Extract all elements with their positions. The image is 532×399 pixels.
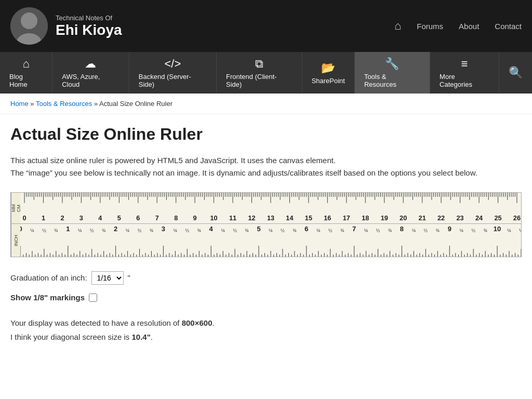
- svg-text:23: 23: [456, 214, 463, 222]
- svg-point-1: [21, 12, 37, 29]
- svg-text:17: 17: [343, 214, 350, 222]
- contact-link[interactable]: Contact: [495, 22, 522, 31]
- mm-scale: 0123456789101112131415161718192021222324…: [20, 193, 521, 223]
- about-link[interactable]: About: [459, 22, 479, 31]
- nav-sharepoint[interactable]: 📂 SharePoint: [302, 52, 355, 94]
- wrench-icon: 🔧: [385, 57, 399, 71]
- nav-frontend[interactable]: ⧉ Frontend (Client-Side): [217, 52, 302, 94]
- inch-scale: 0¼½¾1¼½¾2¼½¾3¼½¾4¼½¾5¼½¾6¼½¾7¼½¾8¼½¾9¼½¾…: [20, 224, 521, 257]
- mm-ticks-svg: 0123456789101112131415161718192021222324…: [20, 193, 521, 223]
- svg-text:¾: ¾: [436, 228, 440, 233]
- svg-text:¼: ¼: [221, 228, 225, 233]
- graduation-label: Graduation of an inch:: [10, 270, 87, 286]
- frontend-icon: ⧉: [255, 57, 263, 71]
- nav-blog-home-label: Blog Home: [9, 73, 43, 88]
- svg-text:21: 21: [419, 214, 426, 222]
- breadcrumb-home[interactable]: Home: [10, 100, 29, 108]
- menu-icon: ≡: [461, 57, 468, 71]
- svg-text:2: 2: [114, 225, 117, 233]
- svg-text:¼: ¼: [316, 228, 321, 233]
- nav-blog-home[interactable]: ⌂ Blog Home: [0, 52, 52, 94]
- mm-label: MMCM: [11, 193, 20, 223]
- svg-text:4: 4: [98, 214, 102, 222]
- show-markings-label: Show 1/8" markings: [10, 290, 85, 305]
- home-nav-icon: ⌂: [22, 57, 29, 71]
- inch-label: INCH: [11, 224, 20, 257]
- svg-text:26: 26: [513, 214, 521, 222]
- svg-text:¾: ¾: [388, 228, 392, 233]
- svg-text:10: 10: [210, 214, 218, 222]
- svg-text:5: 5: [117, 214, 121, 222]
- breadcrumb-tools[interactable]: Tools & Resources: [36, 100, 92, 108]
- svg-text:5: 5: [257, 225, 260, 233]
- svg-text:½: ½: [519, 228, 521, 233]
- breadcrumb-current: Actual Size Online Ruler: [99, 100, 172, 108]
- svg-text:¾: ¾: [340, 228, 344, 233]
- svg-text:13: 13: [267, 214, 274, 222]
- nav-backend[interactable]: </> Backend (Server-Side): [129, 52, 217, 94]
- home-icon[interactable]: ⌂: [394, 19, 401, 33]
- svg-text:11: 11: [229, 214, 236, 222]
- svg-text:18: 18: [362, 214, 369, 222]
- svg-text:9: 9: [448, 225, 451, 233]
- nav-more[interactable]: ≡ More Categories: [430, 52, 499, 94]
- svg-text:15: 15: [305, 214, 312, 222]
- page-title: Actual Size Online Ruler: [10, 125, 522, 144]
- breadcrumb-sep2: »: [94, 100, 99, 108]
- nav-tools[interactable]: 🔧 Tools & Resources: [355, 52, 430, 94]
- mm-ruler: MMCM 01234567891011121314151617181920212…: [11, 193, 521, 224]
- svg-text:22: 22: [437, 214, 445, 222]
- svg-text:¼: ¼: [30, 228, 34, 233]
- svg-text:2: 2: [60, 214, 64, 222]
- svg-text:½: ½: [90, 228, 94, 233]
- svg-text:1: 1: [66, 225, 70, 233]
- svg-text:1: 1: [42, 214, 45, 222]
- graduation-unit: ": [128, 270, 130, 286]
- svg-text:½: ½: [328, 228, 332, 233]
- show-markings-checkbox[interactable]: [89, 294, 97, 302]
- nav-cloud[interactable]: ☁ AWS, Azure, Cloud: [52, 52, 129, 94]
- inch-ticks-svg: 0¼½¾1¼½¾2¼½¾3¼½¾4¼½¾5¼½¾6¼½¾7¼½¾8¼½¾9¼½¾…: [20, 224, 521, 257]
- nav-bar: ⌂ Blog Home ☁ AWS, Azure, Cloud </> Back…: [0, 52, 532, 94]
- site-title: Ehi Kioya: [56, 22, 122, 38]
- nav-tools-label: Tools & Resources: [364, 73, 420, 88]
- svg-text:¼: ¼: [507, 228, 511, 233]
- resolution-line1: Your display was detected to have a reso…: [10, 316, 522, 330]
- svg-text:½: ½: [281, 228, 285, 233]
- svg-text:20: 20: [400, 214, 407, 222]
- nav-sharepoint-label: SharePoint: [312, 77, 345, 85]
- svg-text:9: 9: [193, 214, 197, 222]
- desc-line2: The “image” you see below is technically…: [10, 167, 522, 179]
- ruler: MMCM 01234567891011121314151617181920212…: [10, 192, 522, 257]
- svg-text:7: 7: [155, 214, 159, 222]
- svg-text:6: 6: [136, 214, 140, 222]
- graduation-select[interactable]: 1/16 1/4 1/8 1/32: [91, 271, 124, 285]
- breadcrumb: Home » Tools & Resources » Actual Size O…: [0, 94, 532, 114]
- diagonal-text: I think your diagonal screen size is: [10, 332, 129, 341]
- svg-text:3: 3: [79, 214, 83, 222]
- site-header: Technical Notes Of Ehi Kioya ⌂ Forums Ab…: [0, 0, 532, 52]
- svg-text:½: ½: [233, 228, 237, 233]
- folder-icon: 📂: [321, 61, 335, 75]
- show-markings-row: Show 1/8" markings: [10, 290, 522, 305]
- svg-text:¾: ¾: [197, 228, 202, 233]
- site-subtitle: Technical Notes Of: [56, 14, 122, 22]
- header-branding: Technical Notes Of Ehi Kioya: [10, 7, 122, 45]
- inch-ruler: INCH 0¼½¾1¼½¾2¼½¾3¼½¾4¼½¾5¼½¾6¼½¾7¼½¾8¼½…: [11, 224, 521, 257]
- nav-frontend-label: Frontend (Client-Side): [226, 73, 292, 88]
- nav-backend-label: Backend (Server-Side): [139, 73, 207, 88]
- resolution-detected-text: Your display was detected to have a reso…: [10, 318, 180, 327]
- svg-text:½: ½: [376, 228, 380, 233]
- svg-text:¼: ¼: [364, 228, 368, 233]
- svg-text:0: 0: [20, 225, 22, 233]
- svg-text:4: 4: [209, 225, 214, 233]
- resolution-info: Your display was detected to have a reso…: [10, 316, 522, 344]
- svg-text:0: 0: [22, 214, 26, 222]
- resolution-line2: I think your diagonal screen size is 10.…: [10, 330, 522, 344]
- forums-link[interactable]: Forums: [417, 22, 443, 31]
- svg-text:16: 16: [324, 214, 331, 222]
- search-button[interactable]: 🔍: [499, 52, 532, 94]
- controls: Graduation of an inch: 1/16 1/4 1/8 1/32…: [10, 270, 522, 305]
- nav-cloud-label: AWS, Azure, Cloud: [62, 73, 119, 88]
- svg-text:¼: ¼: [269, 228, 273, 233]
